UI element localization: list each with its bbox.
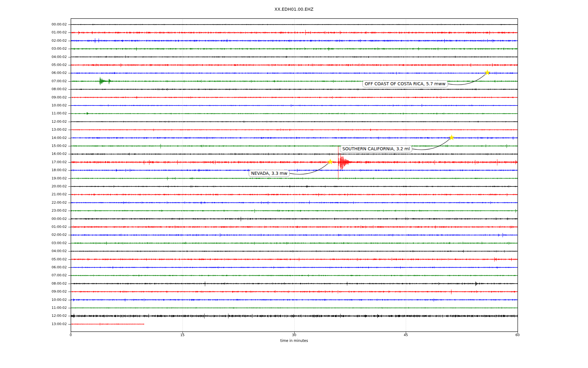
row-time-label: 02:00:02	[36, 233, 67, 237]
row-time-label: 20:00:02	[36, 184, 67, 189]
row-time-label: 05:00:02	[36, 63, 67, 67]
row-time-label: 01:00:02	[36, 30, 67, 35]
row-time-label: 08:00:02	[36, 87, 67, 91]
row-time-label: 18:00:02	[36, 168, 67, 172]
x-tick-label: 45	[404, 333, 408, 337]
row-time-label: 07:00:02	[36, 273, 67, 278]
row-time-label: 15:00:02	[36, 144, 67, 148]
row-time-label: 12:00:02	[36, 120, 67, 124]
chart-title: XX.EDH01.00.EHZ	[0, 7, 588, 12]
row-time-label: 13:00:02	[36, 322, 67, 326]
annotation-off-coast-costa-rica: OFF COAST OF COSTA RICA, 5.7 mww	[362, 80, 448, 87]
row-time-label: 06:00:02	[36, 265, 67, 270]
row-time-label: 02:00:02	[36, 39, 67, 43]
row-time-label: 08:00:02	[36, 282, 67, 286]
row-time-label: 11:00:02	[36, 306, 67, 310]
x-axis-label: time in minutes	[0, 339, 588, 343]
row-time-label: 00:00:02	[36, 22, 67, 27]
row-time-label: 00:00:02	[36, 217, 67, 221]
row-time-label: 21:00:02	[36, 192, 67, 197]
row-time-label: 06:00:02	[36, 71, 67, 75]
event-star-icon	[484, 68, 491, 76]
row-time-label: 03:00:02	[36, 241, 67, 245]
row-time-label: 04:00:02	[36, 55, 67, 59]
row-time-label: 09:00:02	[36, 95, 67, 100]
row-time-label: 05:00:02	[36, 257, 67, 262]
row-time-label: 10:00:02	[36, 103, 67, 108]
event-star-icon	[448, 133, 455, 141]
row-time-label: 07:00:02	[36, 79, 67, 83]
row-time-label: 10:00:02	[36, 298, 67, 302]
row-time-label: 22:00:02	[36, 201, 67, 205]
row-time-label: 23:00:02	[36, 209, 67, 213]
row-time-label: 03:00:02	[36, 47, 67, 51]
row-time-label: 19:00:02	[36, 176, 67, 181]
x-tick-label: 60	[515, 333, 520, 337]
row-time-label: 17:00:02	[36, 160, 67, 164]
row-time-label: 01:00:02	[36, 225, 67, 229]
x-tick-label: 30	[292, 333, 296, 337]
row-time-label: 14:00:02	[36, 136, 67, 140]
x-tick-label: 15	[180, 333, 185, 337]
row-time-label: 12:00:02	[36, 314, 67, 318]
row-time-label: 04:00:02	[36, 249, 67, 253]
helicorder-figure: XX.EDH01.00.EHZ 00:00:0201:00:0202:00:02…	[0, 0, 588, 368]
seismogram-canvas	[0, 0, 588, 368]
event-star-icon	[327, 158, 334, 166]
x-tick-label: 0	[70, 333, 72, 337]
annotation-nevada: NEVADA, 3.3 mw	[249, 170, 290, 177]
row-time-label: 11:00:02	[36, 111, 67, 116]
annotation-southern-california: SOUTHERN CALIFORNIA, 3.2 ml	[340, 145, 412, 152]
row-time-label: 09:00:02	[36, 289, 67, 294]
row-time-label: 13:00:02	[36, 128, 67, 132]
row-time-label: 16:00:02	[36, 152, 67, 156]
